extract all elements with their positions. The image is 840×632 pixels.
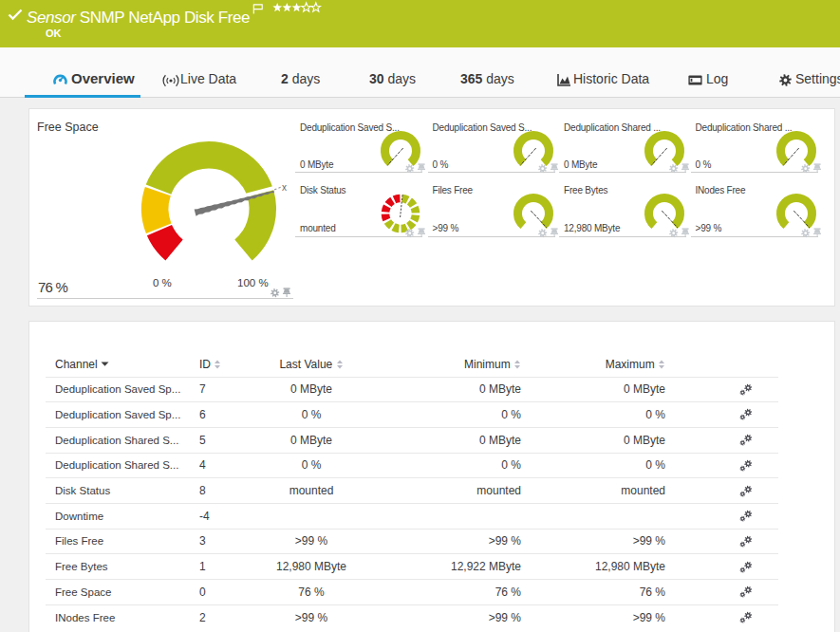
svg-text:x: x	[282, 182, 287, 193]
